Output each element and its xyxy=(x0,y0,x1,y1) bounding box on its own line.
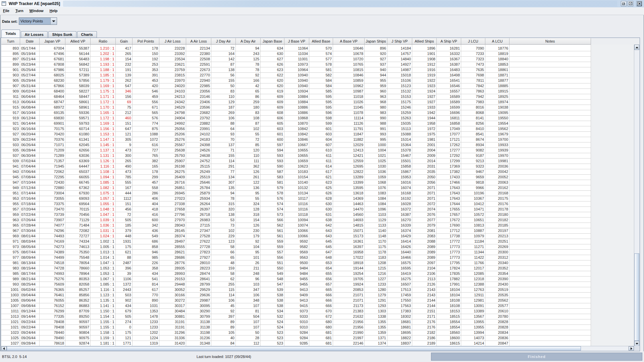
column-header[interactable]: Allied Ships xyxy=(412,38,437,45)
chevron-down-icon[interactable] xyxy=(50,18,57,24)
table-row[interactable]: 101309/14/4477335892501.154 : 1505147830… xyxy=(1,314,634,319)
table-row[interactable]: 91506/08/4468972589611.170 : 17567124529… xyxy=(1,105,634,110)
table-row[interactable]: 91706/10/4469135593361.165 : 12125652479… xyxy=(1,110,634,116)
table-row[interactable]: 93506/28/4471209626561.137 : 14737272563… xyxy=(1,148,634,153)
scroll-up-arrow-icon[interactable] xyxy=(634,45,639,50)
column-header[interactable]: Turn xyxy=(1,38,20,45)
scroll-left-arrow-icon[interactable] xyxy=(1,346,7,351)
table-row[interactable]: 89705/21/4467681564831.198 : 11541922353… xyxy=(1,57,634,62)
table-row[interactable]: 97108/03/4474169743341.002 : 11931686284… xyxy=(1,239,634,244)
horizontal-scrollbar[interactable] xyxy=(1,346,634,351)
table-row[interactable]: 94707/10/4472430667451.085 : 15554572671… xyxy=(1,180,634,185)
column-header[interactable]: J Day Air xyxy=(211,38,236,45)
table-row[interactable]: 96307/26/4473907711291.039 : 15056002797… xyxy=(1,218,634,223)
table-row[interactable]: 95707/20/4473470701151.048 : 14564182765… xyxy=(1,207,634,212)
column-header[interactable]: Allied Base xyxy=(309,38,333,45)
column-header[interactable]: A Base VP xyxy=(333,38,365,45)
column-header[interactable]: Notes xyxy=(509,38,591,45)
table-row[interactable]: 92906/22/4470376613411.147 : 13051072252… xyxy=(1,137,634,142)
table-row[interactable]: 93306/26/4471071620451.145 : 19616255672… xyxy=(1,142,634,148)
column-header[interactable]: A LCU xyxy=(485,38,509,45)
column-header[interactable]: Japan Ships xyxy=(365,38,387,45)
vertical-scrollbar[interactable] xyxy=(634,45,639,346)
table-row[interactable]: 98308/15/4474728786601.053 : 13963582893… xyxy=(1,266,634,271)
table-row[interactable]: 102109/22/4478408905971.155 : 1274123331… xyxy=(1,319,634,325)
table-row[interactable]: 92106/14/4469901597931.169 : 11517742499… xyxy=(1,121,634,126)
table-row[interactable]: 100109/02/4476365852571.116 : 1244361730… xyxy=(1,287,634,293)
table-row[interactable]: 89305/17/4467004553871.210 : 14171782322… xyxy=(1,46,634,51)
table-row[interactable]: 101109/12/4476299877091.150 : 1679135330… xyxy=(1,309,634,314)
table-row[interactable]: 91306/06/4468747586611.172 : 16955624342… xyxy=(1,100,634,105)
column-header[interactable]: Japan VP xyxy=(40,38,65,45)
title-bar[interactable]: WitP Tracker AE [wpae025] ↙ ↙ ✕ xyxy=(0,0,644,7)
table-row[interactable]: 102309/24/4478440908041.158 : 1175120231… xyxy=(1,330,634,336)
column-header[interactable]: J Base VP xyxy=(284,38,309,45)
table-row[interactable]: 94307/06/4472062650371.108 : 14731782627… xyxy=(1,169,634,175)
tab-totals[interactable]: Totals xyxy=(1,29,20,38)
table-row[interactable]: 102509/26/4478490909751.159 : 1121122431… xyxy=(1,336,634,341)
table-row[interactable]: 98508/17/4474993789641.053 : 13943428993… xyxy=(1,271,634,277)
column-header[interactable]: J Air Loss xyxy=(159,38,186,45)
tab-air-losses[interactable]: Air Losses xyxy=(21,31,48,38)
table-row[interactable]: 97708/09/4474499755481.014 : 18898528686… xyxy=(1,255,634,260)
table-row[interactable]: 92306/16/4470175607141.156 : 16478752505… xyxy=(1,126,634,132)
table-row[interactable]: 98108/13/4474518780541.047 : 12487226287… xyxy=(1,260,634,266)
scroll-right-arrow-icon[interactable] xyxy=(629,346,634,351)
table-row[interactable]: 100509/06/4476055863521.135 : 1902890302… xyxy=(1,298,634,303)
column-header[interactable]: A Ship VP xyxy=(437,38,461,45)
minimize-button[interactable]: ↙ xyxy=(621,1,627,6)
table-row[interactable]: 90305/27/4468025573891.185 : 11393912381… xyxy=(1,73,634,78)
table-row[interactable]: 97308/05/4474273746131.005 : 11758582855… xyxy=(1,244,634,250)
column-header[interactable]: Japan Base xyxy=(261,38,284,45)
menu-window[interactable]: Window xyxy=(26,7,47,13)
menu-file[interactable]: File xyxy=(0,7,12,13)
table-row[interactable]: 89505/19/4467496561441.202 : 12651502339… xyxy=(1,51,634,57)
column-header[interactable]: Date xyxy=(20,38,40,45)
table-row[interactable]: 91106/04/4468464584471.171 : 11564592421… xyxy=(1,94,634,100)
table-row[interactable]: 99308/25/4475609820581.085 : 11372814294… xyxy=(1,282,634,287)
table-row[interactable]: 97508/07/4474389753501.013 : 16219462862… xyxy=(1,250,634,255)
table-row[interactable]: 92706/20/4470420610801.153 : 11211088252… xyxy=(1,132,634,137)
column-header[interactable]: J LCU xyxy=(461,38,485,45)
table-row[interactable]: 95507/18/4473375695641.055 : 11514042733… xyxy=(1,201,634,207)
table-row[interactable]: 96908/01/4474493727271.024 : 14485492837… xyxy=(1,234,634,239)
table-row[interactable]: 89905/23/4467808568421.193 : 12322532362… xyxy=(1,62,634,67)
table-row[interactable]: 100709/08/4476152868831.141 : 1434103130… xyxy=(1,303,634,309)
table-row[interactable]: 100309/04/4476461858561.123 : 1503770301… xyxy=(1,293,634,298)
column-header[interactable]: Ratio xyxy=(91,38,116,45)
table-row[interactable]: 95907/22/4473739704561.047 : 17241627796… xyxy=(1,212,634,218)
menu-turn[interactable]: Turn xyxy=(12,7,26,13)
table-row[interactable]: 94907/12/4472880673621.082 : 11675582685… xyxy=(1,185,634,191)
close-button[interactable]: ✕ xyxy=(636,1,642,6)
table-row[interactable]: 98908/21/4475276803531.067 : 11106541291… xyxy=(1,277,634,282)
table-row[interactable]: 96507/28/4474077714841.036 : 11853422804… xyxy=(1,223,634,228)
column-header[interactable]: Gain xyxy=(116,38,132,45)
vertical-scroll-thumb[interactable] xyxy=(634,253,639,341)
column-header[interactable]: A Air Loss xyxy=(186,38,211,45)
scroll-down-arrow-icon[interactable] xyxy=(634,341,639,346)
table-row[interactable]: 94507/08/4472295660551.094 : 17852992640… xyxy=(1,175,634,180)
horizontal-scroll-thumb[interactable] xyxy=(7,346,581,351)
table-row[interactable]: 93907/02/4471357633691.126 : 12653822590… xyxy=(1,159,634,164)
table-row[interactable]: 91906/12/4469830595711.172 : 14605762490… xyxy=(1,116,634,121)
menu-help[interactable]: Help xyxy=(47,7,61,13)
table-row[interactable]: 90105/25/4467986572111.188 : 11913532375… xyxy=(1,67,634,73)
tab-charts[interactable]: Charts xyxy=(77,31,97,38)
table-row[interactable]: 95307/16/4473055690931.057 : 11112406270… xyxy=(1,196,634,201)
table-row[interactable]: 94107/04/4471945644471.116 : 14901652619… xyxy=(1,164,634,169)
column-header[interactable]: J Ship VP xyxy=(387,38,412,45)
table-row[interactable]: 90705/31/4467866580391.169 : 15474202402… xyxy=(1,83,634,89)
table-row[interactable]: 102109/22/4478408905971.155 : 1012333119… xyxy=(1,325,634,330)
maximize-button[interactable]: ↙ xyxy=(628,1,633,6)
table-row[interactable]: 90906/02/4468400582271.175 : 13465462410… xyxy=(1,89,634,94)
table-row[interactable]: 93706/30/4471289630361.131 : 13007652579… xyxy=(1,153,634,159)
table-row[interactable]: 95107/14/4473004679301.075 : 14442862694… xyxy=(1,191,634,196)
column-header[interactable]: Allied VP xyxy=(65,38,91,45)
table-row[interactable]: 90505/29/4468230578561.179 : 12624532397… xyxy=(1,78,634,83)
table-row[interactable]: 102709/28/4478618928741.181 : 1177113193… xyxy=(1,341,634,346)
tab-ships-sunk[interactable]: Ships Sunk xyxy=(48,31,76,38)
data-set-combobox[interactable]: Victory Points xyxy=(19,17,57,25)
column-header[interactable]: A Day Air xyxy=(236,38,261,45)
table-row[interactable]: 96707/30/4474296720821.031 : 13794362814… xyxy=(1,228,634,234)
column-header[interactable]: Pol Points xyxy=(132,38,159,45)
